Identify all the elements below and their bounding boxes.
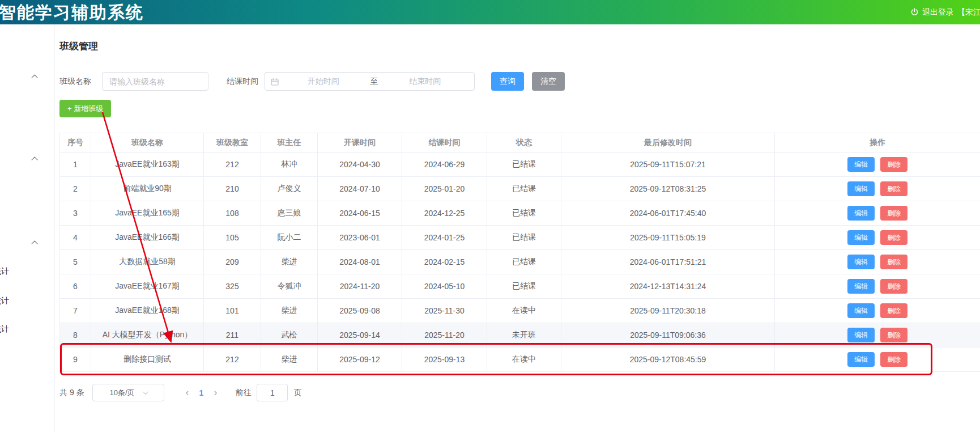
table-row: 1JavaEE就业163期212林冲2024-04-302024-06-29已结… [60,153,980,177]
cell-start: 2024-06-15 [318,201,402,226]
search-button[interactable]: 查询 [491,72,524,91]
table-row: 9删除接口测试212柴进2025-09-122025-09-13在读中2025-… [60,348,980,372]
cell-modified: 2025-09-12T08:31:25 [561,177,775,201]
table-header-cell: 班级教室 [204,133,261,153]
delete-button[interactable]: 删除 [880,303,907,318]
delete-button[interactable]: 删除 [880,279,907,294]
cell-end: 2025-11-30 [402,299,487,323]
date-range-picker[interactable]: 开始时间 至 结束时间 [265,72,475,91]
goto-page-input[interactable] [257,384,288,401]
table-header-cell: 班主任 [261,133,318,153]
cell-actions: 编辑删除 [775,348,980,372]
class-name-label: 班级名称 [59,72,91,91]
cell-room: 325 [204,274,261,299]
username: 【宋江】 [957,7,980,18]
delete-button[interactable]: 删除 [880,230,907,245]
cell-start: 2024-11-20 [318,274,402,299]
edit-button[interactable]: 编辑 [847,230,875,245]
cell-actions: 编辑删除 [775,274,980,299]
delete-button[interactable]: 删除 [880,352,907,367]
cell-no: 2 [60,177,91,201]
chevron-up-icon[interactable] [31,156,37,162]
cell-name: 删除接口测试 [91,348,204,372]
power-icon [910,8,919,16]
page: 智能学习辅助系统 退出登录 【宋江】 统计 统计 统计 班级管理 班级名称 结课… [0,0,980,432]
cell-modified: 2024-12-13T14:31:24 [561,274,775,299]
range-separator: 至 [367,77,382,87]
cell-start: 2024-04-30 [318,153,402,177]
cell-status: 已结课 [487,201,561,226]
range-start-placeholder: 开始时间 [280,77,367,87]
topbar-user-area: 退出登录 【宋江】 [910,0,980,24]
cell-start: 2024-07-10 [318,177,402,201]
sidebar-item-stats[interactable]: 统计 [0,324,9,334]
page-title: 班级管理 [59,40,98,53]
cell-actions: 编辑删除 [775,177,980,201]
edit-button[interactable]: 编辑 [847,352,875,367]
delete-button[interactable]: 删除 [880,328,907,342]
current-page[interactable]: 1 [195,388,208,397]
cell-name: 前端就业90期 [91,177,204,201]
cell-start: 2025-09-14 [318,323,402,348]
cell-start: 2023-06-01 [318,226,402,250]
cell-no: 7 [60,299,91,323]
table-header-cell: 最后修改时间 [561,133,775,153]
cell-status: 已结课 [487,153,561,177]
cell-modified: 2025-09-11T15:07:21 [561,153,775,177]
cell-name: JavaEE就业163期 [91,153,204,177]
edit-button[interactable]: 编辑 [847,303,875,318]
edit-button[interactable]: 编辑 [847,328,875,342]
page-unit-label: 页 [293,388,301,398]
sidebar-item-stats[interactable]: 统计 [0,266,9,277]
logout-button[interactable]: 退出登录 [922,7,954,18]
edit-button[interactable]: 编辑 [847,279,875,294]
chevron-up-icon[interactable] [31,74,37,80]
cell-teacher: 林冲 [261,153,318,177]
next-page-button[interactable]: › [208,384,223,401]
clear-button[interactable]: 清空 [532,72,565,91]
cell-teacher: 柴进 [261,250,318,274]
table-row: 2前端就业90期210卢俊义2024-07-102025-01-20已结课202… [60,177,980,201]
cell-status: 在读中 [487,299,561,323]
calendar-icon [271,78,279,86]
range-end-placeholder: 结束时间 [382,77,469,87]
cell-status: 在读中 [487,348,561,372]
cell-room: 210 [204,177,261,201]
cell-room: 211 [204,323,261,348]
cell-modified: 2025-09-11T09:06:36 [561,323,775,348]
cell-room: 108 [204,201,261,226]
cell-end: 2024-06-29 [402,153,487,177]
goto-label: 前往 [235,388,251,398]
edit-button[interactable]: 编辑 [847,157,875,172]
cell-room: 101 [204,299,261,323]
table-body: 1JavaEE就业163期212林冲2024-04-302024-06-29已结… [60,153,980,372]
edit-button[interactable]: 编辑 [847,255,875,269]
cell-room: 105 [204,226,261,250]
class-name-input[interactable] [102,72,208,91]
chevron-up-icon[interactable] [31,240,37,246]
cell-teacher: 扈三娘 [261,201,318,226]
table-header-cell: 开课时间 [318,133,402,153]
edit-button[interactable]: 编辑 [847,206,875,221]
delete-button[interactable]: 删除 [880,181,907,196]
cell-actions: 编辑删除 [775,226,980,250]
cell-modified: 2025-09-11T20:30:18 [561,299,775,323]
page-size-select[interactable]: 10条/页 [92,384,164,401]
topbar: 智能学习辅助系统 退出登录 【宋江】 [0,0,980,24]
cell-modified: 2025-09-11T15:05:19 [561,226,775,250]
cell-teacher: 令狐冲 [261,274,318,299]
sidebar-item-stats[interactable]: 统计 [0,296,9,306]
add-class-button[interactable]: + 新增班级 [59,100,111,117]
cell-no: 9 [60,348,91,372]
delete-button[interactable]: 删除 [880,255,907,269]
edit-button[interactable]: 编辑 [847,181,875,196]
app-title: 智能学习辅助系统 [0,0,144,24]
cell-modified: 2024-06-01T17:45:40 [561,201,775,226]
cell-no: 8 [60,323,91,348]
prev-page-button[interactable]: ‹ [180,384,195,401]
pagination-total: 共 9 条 [59,388,84,398]
cell-name: JavaEE就业166期 [91,226,204,250]
cell-status: 已结课 [487,177,561,201]
delete-button[interactable]: 删除 [880,206,907,221]
delete-button[interactable]: 删除 [880,157,907,172]
